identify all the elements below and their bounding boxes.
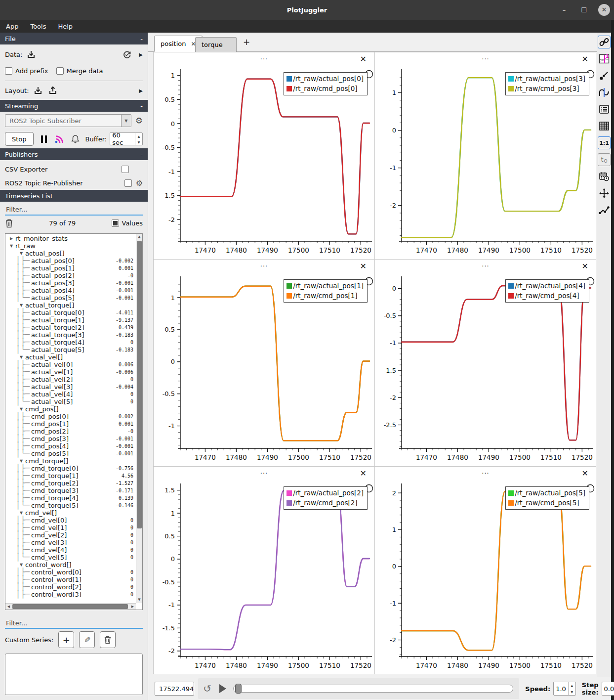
tree-vertical-scrollbar[interactable]: ▲ ▼ — [136, 234, 142, 603]
plot-cell-pos5[interactable]: ... ✕ 210-1-2174701748017490175001751017… — [375, 467, 596, 674]
file-section-header[interactable]: File - — [0, 33, 148, 44]
tree-item[interactable]: │└─actual_vel[5]0 — [6, 398, 135, 405]
tree-item[interactable]: │└─cmd_torque[5]-0.146 — [6, 502, 135, 509]
expand-arrow-icon[interactable]: ▶ — [8, 235, 15, 242]
minimize-button[interactable]: – — [559, 6, 570, 14]
legend-entry[interactable]: /rt_raw/actual_pos[0] — [287, 74, 364, 84]
reload-data-icon[interactable] — [122, 49, 132, 59]
tree-item[interactable]: │└─actual_torque[5]-0.183 — [6, 346, 135, 353]
spin-down-icon[interactable]: ▼ — [135, 139, 142, 145]
custom-series-list[interactable] — [5, 654, 143, 695]
loop-icon[interactable]: ↺ — [203, 683, 211, 695]
speed-spin-arrows[interactable]: ▲▼ — [568, 682, 575, 695]
datetime-icon[interactable] — [598, 170, 611, 183]
buffer-spin-arrows[interactable]: ▲▼ — [135, 133, 142, 145]
custom-series-filter-input[interactable] — [5, 618, 143, 629]
scroll-down-icon[interactable]: ▼ — [136, 597, 142, 603]
data-expand-arrow[interactable]: ▶ — [139, 52, 143, 57]
legend-entry[interactable]: /rt_raw/cmd_pos[1] — [287, 291, 364, 301]
timeseries-filter-input[interactable] — [5, 205, 143, 216]
ratio-1-1-icon[interactable]: 1:1 — [598, 136, 611, 149]
edit-custom-series-button[interactable]: ✎ — [79, 631, 95, 648]
fit-data-icon[interactable] — [598, 69, 611, 82]
plot-cell-pos4[interactable]: ... ✕ 0-0.5-1-1.5-2-2.517470174801749017… — [375, 260, 596, 466]
scroll-right-icon[interactable]: ▶ — [129, 604, 136, 610]
delete-series-trash-icon[interactable] — [5, 219, 13, 228]
plot-menu-dots[interactable]: ... — [482, 53, 489, 61]
pause-icon[interactable] — [41, 135, 47, 143]
plot-close-icon[interactable]: ✕ — [582, 470, 588, 478]
plot-menu-dots[interactable]: ... — [260, 468, 268, 475]
legend-entry[interactable]: /rt_raw/actual_pos[3] — [508, 74, 585, 84]
horizontal-scroll-thumb[interactable] — [12, 604, 128, 609]
spin-up-icon[interactable]: ▲ — [569, 682, 575, 689]
values-checkbox[interactable] — [112, 219, 119, 227]
legend-entry[interactable]: /rt_raw/actual_pos[4] — [508, 281, 585, 291]
scroll-left-icon[interactable]: ◀ — [5, 604, 12, 610]
load-layout-icon[interactable] — [33, 86, 43, 95]
legend-entry[interactable]: /rt_raw/cmd_pos[2] — [287, 498, 364, 508]
scroll-up-icon[interactable]: ▲ — [136, 234, 142, 240]
link-axes-icon[interactable] — [598, 36, 611, 48]
step-size-spinbox[interactable]: 0.000 ▲▼ — [602, 682, 614, 696]
plot-menu-dots[interactable]: ... — [260, 261, 268, 268]
time-slider-handle[interactable] — [235, 684, 242, 694]
curve-style-icon[interactable] — [598, 86, 611, 99]
tree-item[interactable]: ▼rt_raw — [6, 242, 135, 250]
plot-close-icon[interactable]: ✕ — [360, 470, 367, 478]
load-data-icon[interactable] — [26, 49, 36, 59]
menu-help[interactable]: Help — [58, 23, 73, 30]
spin-up-icon[interactable]: ▲ — [135, 133, 142, 139]
tree-item[interactable]: │└─actual_pos[5]-0.001 — [6, 294, 135, 302]
add-custom-series-button[interactable]: + — [58, 631, 74, 648]
plot-menu-dots[interactable]: ... — [260, 53, 268, 61]
current-time-display[interactable]: 17522.494 — [155, 682, 194, 696]
streaming-settings-gear-icon[interactable]: ⚙ — [135, 116, 143, 126]
collapse-arrow-icon[interactable]: ▼ — [8, 242, 15, 250]
ros2-republisher-checkbox[interactable] — [124, 179, 132, 187]
plot-legend[interactable]: /rt_raw/actual_pos[3] /rt_raw/cmd_pos[3] — [505, 72, 589, 95]
add-prefix-checkbox[interactable] — [5, 67, 12, 75]
plot-cell-pos2[interactable]: ... ✕ 1.510.50-0.5-1-1.5-217470174801749… — [154, 467, 374, 674]
tree-item[interactable]: │└─cmd_pos[5]-0.001 — [6, 450, 135, 457]
plot-cell-pos0[interactable]: ... ✕ 10.50-0.5-1-1.5-217470174801749017… — [154, 52, 374, 259]
streaming-section-header[interactable]: Streaming - — [0, 100, 148, 112]
add-tab-button[interactable]: + — [240, 36, 253, 48]
publishers-section-header[interactable]: Publishers - — [0, 148, 148, 160]
plot-close-icon[interactable]: ✕ — [360, 262, 367, 270]
tab-torque[interactable]: torque — [195, 37, 237, 52]
cursor-tracker-icon[interactable]: 1 — [598, 52, 611, 65]
buffer-spinbox[interactable]: 60 sec ▲▼ — [110, 132, 143, 145]
time-offset-icon[interactable]: tO — [598, 153, 611, 166]
streaming-source-combobox[interactable]: ROS2 Topic Subscriber ▼ — [5, 114, 131, 127]
merge-data-checkbox[interactable] — [56, 67, 64, 75]
spin-down-icon[interactable]: ▼ — [569, 689, 575, 695]
menu-app[interactable]: App — [6, 23, 18, 30]
tree-horizontal-scrollbar[interactable]: ◀ ▶ — [5, 603, 136, 610]
time-slider[interactable] — [233, 685, 513, 693]
close-button[interactable]: ✕ — [598, 4, 610, 16]
plot-legend[interactable]: /rt_raw/actual_pos[0] /rt_raw/cmd_pos[0] — [284, 72, 368, 95]
tree-item[interactable]: │└─cmd_vel[5]0 — [6, 554, 135, 561]
plot-close-icon[interactable]: ✕ — [360, 55, 367, 63]
show-samples-icon[interactable] — [598, 204, 611, 217]
plot-cell-pos3[interactable]: ... ✕ 10-1-21747017480174901750017510175… — [375, 52, 596, 259]
ros2-republisher-gear-icon[interactable]: ⚙ — [136, 178, 143, 188]
legend-entry[interactable]: /rt_raw/actual_pos[1] — [287, 281, 364, 291]
speed-spinbox[interactable]: 1.0 ▲▼ — [553, 682, 576, 696]
tree-item[interactable]: │├─control_word[3]0 — [6, 591, 135, 598]
plot-cell-pos1[interactable]: ... ✕ 10.50-0.5-117470174801749017500175… — [154, 260, 374, 466]
grid-layout-icon[interactable] — [598, 120, 611, 132]
play-icon[interactable] — [219, 684, 226, 693]
legend-list-icon[interactable] — [598, 103, 611, 116]
legend-entry[interactable]: /rt_raw/cmd_pos[3] — [508, 84, 585, 93]
plot-legend[interactable]: /rt_raw/actual_pos[5] /rt_raw/cmd_pos[5] — [505, 486, 589, 510]
plot-close-icon[interactable]: ✕ — [582, 262, 588, 270]
plot-legend[interactable]: /rt_raw/actual_pos[4] /rt_raw/cmd_pos[4] — [505, 279, 589, 303]
legend-entry[interactable]: /rt_raw/cmd_pos[0] — [287, 84, 364, 93]
plot-legend[interactable]: /rt_raw/actual_pos[2] /rt_raw/cmd_pos[2] — [284, 486, 368, 510]
save-layout-icon[interactable] — [48, 86, 58, 95]
stop-button[interactable]: Stop — [5, 132, 34, 146]
delete-custom-series-button[interactable] — [100, 631, 116, 648]
plot-legend[interactable]: /rt_raw/actual_pos[1] /rt_raw/cmd_pos[1] — [284, 279, 368, 303]
